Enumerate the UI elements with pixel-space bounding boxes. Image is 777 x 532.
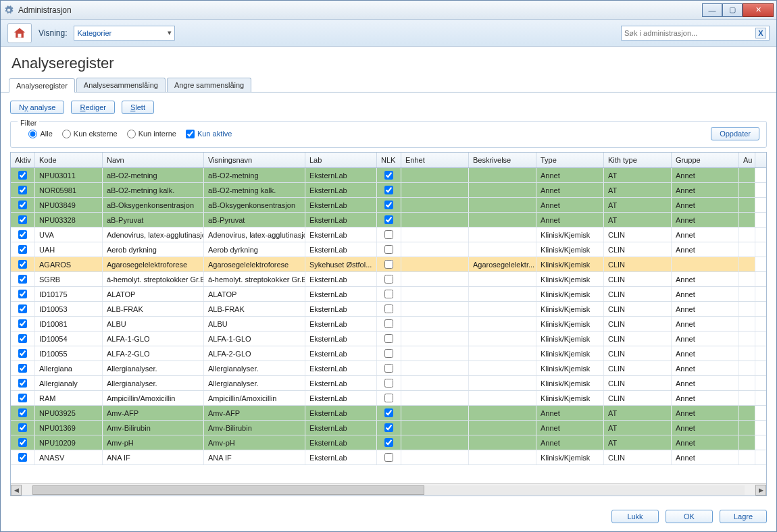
cell-aktiv[interactable] bbox=[11, 391, 35, 405]
table-row[interactable]: ID10054ALFA-1-GLOALFA-1-GLOEksternLabKli… bbox=[11, 331, 766, 346]
cell-nlk[interactable] bbox=[377, 228, 401, 242]
home-button[interactable] bbox=[7, 23, 32, 43]
cell-aktiv[interactable] bbox=[11, 228, 35, 242]
cell-aktiv[interactable] bbox=[11, 317, 35, 331]
close-button[interactable]: ✕ bbox=[743, 3, 774, 17]
cell-aktiv[interactable] bbox=[11, 183, 35, 197]
cell-nlk[interactable] bbox=[377, 198, 401, 212]
table-row[interactable]: NOR05981aB-O2-metning kalk.aB-O2-metning… bbox=[11, 183, 766, 198]
visning-dropdown[interactable]: Kategorier ▾ bbox=[74, 26, 175, 41]
filter-kun-aktive-check[interactable]: Kun aktive bbox=[186, 130, 232, 138]
cell-nlk[interactable] bbox=[377, 376, 401, 390]
filter-kun-interne-radio[interactable]: Kun interne bbox=[127, 130, 176, 138]
cell-aktiv[interactable] bbox=[11, 346, 35, 361]
minimize-button[interactable]: — bbox=[702, 3, 722, 17]
cell-aktiv[interactable] bbox=[11, 213, 35, 227]
table-row[interactable]: RAMAmpicillin/AmoxicillinAmpicillin/Amox… bbox=[11, 391, 766, 406]
ok-button[interactable]: OK bbox=[666, 510, 713, 523]
table-row[interactable]: NPU03925Amv-AFPAmv-AFPEksternLabAnnetATA… bbox=[11, 406, 766, 421]
cell-nlk[interactable] bbox=[377, 257, 401, 271]
oppdater-button[interactable]: Oppdater bbox=[711, 127, 759, 140]
maximize-button[interactable]: ▢ bbox=[722, 3, 743, 17]
table-row[interactable]: NPU01369Amv-BilirubinAmv-BilirubinEkster… bbox=[11, 421, 766, 435]
table-row[interactable]: ID10055ALFA-2-GLOALFA-2-GLOEksternLabKli… bbox=[11, 346, 766, 361]
lukk-button[interactable]: Lukk bbox=[611, 510, 659, 523]
cell-aktiv[interactable] bbox=[11, 361, 35, 375]
cell-aktiv[interactable] bbox=[11, 331, 35, 346]
table-row[interactable]: NPU03011aB-O2-metningaB-O2-metningEkster… bbox=[11, 168, 766, 183]
table-row[interactable]: ID10081ALBUALBUEksternLabKlinisk/Kjemisk… bbox=[11, 317, 766, 331]
table-row[interactable]: SGRBá-hemolyt. streptokokker Gr.Bá-hemol… bbox=[11, 272, 766, 287]
table-row[interactable]: NPU03328aB-PyruvataB-PyruvatEksternLabAn… bbox=[11, 213, 766, 228]
cell-lab: EksternLab bbox=[305, 346, 377, 361]
grid-body[interactable]: NPU03011aB-O2-metningaB-O2-metningEkster… bbox=[11, 168, 766, 483]
col-aktiv[interactable]: Aktiv bbox=[11, 153, 35, 167]
cell-nlk[interactable] bbox=[377, 213, 401, 227]
cell-aktiv[interactable] bbox=[11, 450, 35, 464]
cell-aktiv[interactable] bbox=[11, 406, 35, 420]
cell-nlk[interactable] bbox=[377, 183, 401, 197]
col-visningsnavn[interactable]: Visningsnavn bbox=[204, 153, 305, 167]
tab-analysesammenslaing[interactable]: Analysesammenslåing bbox=[76, 78, 166, 92]
table-row[interactable]: ID10053ALB-FRAKALB-FRAKEksternLabKlinisk… bbox=[11, 302, 766, 317]
cell-aktiv[interactable] bbox=[11, 168, 35, 182]
cell-nlk[interactable] bbox=[377, 331, 401, 346]
cell-nlk[interactable] bbox=[377, 272, 401, 286]
table-row[interactable]: AllergianalyAllergianalyser.Allergianaly… bbox=[11, 376, 766, 391]
filter-alle-radio[interactable]: Alle bbox=[28, 130, 52, 138]
cell-nlk[interactable] bbox=[377, 302, 401, 316]
cell-aktiv[interactable] bbox=[11, 198, 35, 212]
cell-aktiv[interactable] bbox=[11, 242, 35, 257]
col-navn[interactable]: Navn bbox=[103, 153, 204, 167]
ny-analyse-button[interactable]: Ny analyse bbox=[10, 101, 64, 114]
scroll-thumb[interactable] bbox=[32, 485, 424, 495]
col-lab[interactable]: Lab bbox=[305, 153, 377, 167]
cell-aktiv[interactable] bbox=[11, 302, 35, 316]
col-gruppe[interactable]: Gruppe bbox=[672, 153, 739, 167]
col-beskrivelse[interactable]: Beskrivelse bbox=[469, 153, 536, 167]
table-row[interactable]: NPU10209Amv-pHAmv-pHEksternLabAnnetATAnn… bbox=[11, 435, 766, 450]
cell-nlk[interactable] bbox=[377, 361, 401, 375]
cell-nlk[interactable] bbox=[377, 450, 401, 464]
cell-aktiv[interactable] bbox=[11, 287, 35, 301]
table-row[interactable]: UAHAerob dyrkningAerob dyrkningEksternLa… bbox=[11, 242, 766, 257]
col-type[interactable]: Type bbox=[536, 153, 604, 167]
col-enhet[interactable]: Enhet bbox=[401, 153, 469, 167]
rediger-button[interactable]: Rediger bbox=[71, 101, 115, 114]
cell-aktiv[interactable] bbox=[11, 257, 35, 271]
slett-button[interactable]: Slett bbox=[122, 101, 154, 114]
cell-nlk[interactable] bbox=[377, 421, 401, 435]
table-row[interactable]: NPU03849aB-OksygenkonsentrasjonaB-Oksyge… bbox=[11, 198, 766, 213]
lagre-button[interactable]: Lagre bbox=[720, 510, 767, 523]
cell-aktiv[interactable] bbox=[11, 272, 35, 286]
cell-nlk[interactable] bbox=[377, 346, 401, 361]
cell-aktiv[interactable] bbox=[11, 435, 35, 450]
search-box[interactable]: X bbox=[621, 26, 770, 41]
table-row[interactable]: ID10175ALATOPALATOPEksternLabKlinisk/Kje… bbox=[11, 287, 766, 302]
cell-nlk[interactable] bbox=[377, 435, 401, 450]
scroll-left-arrow[interactable]: ◀ bbox=[11, 485, 22, 496]
scroll-right-arrow[interactable]: ▶ bbox=[755, 485, 766, 496]
cell-aktiv[interactable] bbox=[11, 421, 35, 435]
cell-nlk[interactable] bbox=[377, 317, 401, 331]
col-au[interactable]: Au bbox=[739, 153, 755, 167]
col-kith[interactable]: Kith type bbox=[604, 153, 672, 167]
table-row[interactable]: AllergianaAllergianalyser.Allergianalyse… bbox=[11, 361, 766, 376]
horizontal-scrollbar[interactable]: ◀ ▶ bbox=[11, 483, 766, 496]
cell-nlk[interactable] bbox=[377, 168, 401, 182]
cell-nlk[interactable] bbox=[377, 406, 401, 420]
cell-aktiv[interactable] bbox=[11, 376, 35, 390]
col-kode[interactable]: Kode bbox=[35, 153, 103, 167]
cell-nlk[interactable] bbox=[377, 391, 401, 405]
tab-analyseregister[interactable]: Analyseregister bbox=[9, 78, 75, 92]
table-row[interactable]: AGAROSAgarosegelelektroforeseAgarosegele… bbox=[11, 257, 766, 272]
cell-nlk[interactable] bbox=[377, 242, 401, 257]
filter-kun-eksterne-radio[interactable]: Kun eksterne bbox=[62, 130, 118, 138]
tab-angre-sammenslaing[interactable]: Angre sammenslåing bbox=[167, 78, 251, 92]
table-row[interactable]: UVAAdenovirus, latex-agglutinasjoAdenovi… bbox=[11, 228, 766, 242]
search-clear-button[interactable]: X bbox=[755, 28, 766, 38]
col-nlk[interactable]: NLK bbox=[377, 153, 401, 167]
cell-nlk[interactable] bbox=[377, 287, 401, 301]
table-row[interactable]: ANASVANA IFANA IFEksternLabKlinisk/Kjemi… bbox=[11, 450, 766, 465]
search-input[interactable] bbox=[624, 29, 755, 37]
